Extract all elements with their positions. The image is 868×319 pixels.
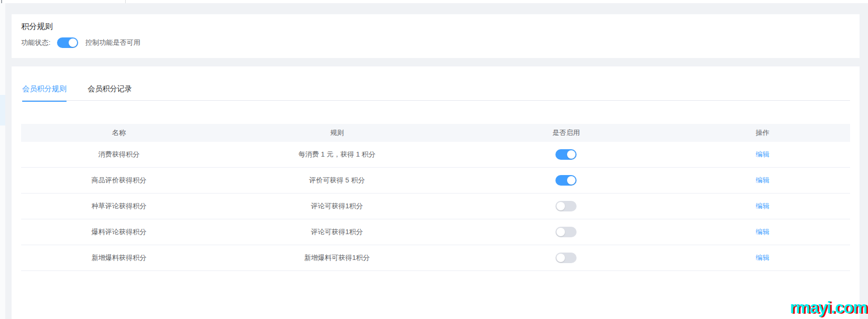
switch-knob xyxy=(556,202,565,210)
rule-enabled-cell xyxy=(457,149,675,160)
row-enabled-switch[interactable] xyxy=(555,149,577,160)
table-body: 消费获得积分 每消费 1 元，获得 1 积分 编辑 商品评价获得积分 评价可获得… xyxy=(21,142,850,271)
feature-status-row: 功能状态: 控制功能是否可用 xyxy=(21,37,850,49)
table-header-row: 名称 规则 是否启用 操作 xyxy=(21,124,850,142)
rule-enabled-cell xyxy=(457,253,675,263)
rule-desc-cell: 评论可获得1积分 xyxy=(217,201,457,211)
table-row: 新增爆料获得积分 新增爆料可获得1积分 编辑 xyxy=(21,245,850,271)
site-watermark: rmayi.com xyxy=(790,298,867,317)
edit-link[interactable]: 编辑 xyxy=(756,150,769,158)
column-header-action: 操作 xyxy=(675,128,850,138)
tab-member-points-records[interactable]: 会员积分记录 xyxy=(88,83,132,101)
switch-knob xyxy=(69,38,77,47)
rule-action-cell: 编辑 xyxy=(675,150,850,159)
switch-knob xyxy=(567,150,575,159)
tab-bar: 会员积分规则 会员积分记录 xyxy=(21,66,850,101)
row-enabled-switch[interactable] xyxy=(555,253,577,263)
table-row: 爆料评论获得积分 评论可获得1积分 编辑 xyxy=(21,219,850,245)
rule-desc-cell: 评论可获得1积分 xyxy=(217,227,457,237)
top-strip-divider xyxy=(125,0,126,3)
edit-link[interactable]: 编辑 xyxy=(756,228,769,236)
row-enabled-switch[interactable] xyxy=(555,175,577,186)
collapsed-sidebar-strip xyxy=(0,3,5,319)
points-rules-card: 会员积分规则 会员积分记录 名称 规则 是否启用 操作 消费获得积分 每消费 1… xyxy=(12,66,860,319)
row-enabled-switch[interactable] xyxy=(555,201,577,211)
feature-status-switch[interactable] xyxy=(57,37,78,48)
rule-enabled-cell xyxy=(457,227,675,237)
feature-status-hint: 控制功能是否可用 xyxy=(86,38,140,47)
table-row: 消费获得积分 每消费 1 元，获得 1 积分 编辑 xyxy=(21,142,850,168)
rule-name-cell: 消费获得积分 xyxy=(21,150,217,159)
edit-link[interactable]: 编辑 xyxy=(756,202,769,210)
rule-name-cell: 爆料评论获得积分 xyxy=(21,227,217,237)
edit-link[interactable]: 编辑 xyxy=(756,254,769,262)
rule-enabled-cell xyxy=(457,175,675,186)
rule-action-cell: 编辑 xyxy=(675,227,850,237)
rule-action-cell: 编辑 xyxy=(675,176,850,185)
table-row: 种草评论获得积分 评论可获得1积分 编辑 xyxy=(21,194,850,219)
column-header-rule: 规则 xyxy=(217,128,457,138)
switch-knob xyxy=(556,228,565,236)
switch-knob xyxy=(556,254,565,262)
table-row: 商品评价获得积分 评价可获得 5 积分 编辑 xyxy=(21,168,850,194)
rule-desc-cell: 评价可获得 5 积分 xyxy=(217,176,457,185)
rule-name-cell: 商品评价获得积分 xyxy=(21,176,217,185)
points-rule-status-card: 积分规则 功能状态: 控制功能是否可用 xyxy=(12,14,860,58)
feature-status-label: 功能状态: xyxy=(21,38,51,47)
rule-name-cell: 种草评论获得积分 xyxy=(21,201,217,211)
switch-knob xyxy=(567,176,575,185)
rule-name-cell: 新增爆料获得积分 xyxy=(21,253,217,263)
rule-enabled-cell xyxy=(457,201,675,211)
sidebar-active-highlight xyxy=(0,95,5,125)
points-rules-table: 名称 规则 是否启用 操作 消费获得积分 每消费 1 元，获得 1 积分 编辑 … xyxy=(21,124,850,271)
rule-action-cell: 编辑 xyxy=(675,253,850,263)
rule-action-cell: 编辑 xyxy=(675,201,850,211)
row-enabled-switch[interactable] xyxy=(555,227,577,237)
column-header-name: 名称 xyxy=(21,128,217,138)
top-chrome-strip xyxy=(0,0,868,3)
tab-member-points-rules[interactable]: 会员积分规则 xyxy=(22,83,67,102)
column-header-enabled: 是否启用 xyxy=(457,128,675,138)
rule-desc-cell: 每消费 1 元，获得 1 积分 xyxy=(217,150,457,159)
page-title: 积分规则 xyxy=(21,21,850,32)
edit-link[interactable]: 编辑 xyxy=(756,176,769,184)
rule-desc-cell: 新增爆料可获得1积分 xyxy=(217,253,457,263)
